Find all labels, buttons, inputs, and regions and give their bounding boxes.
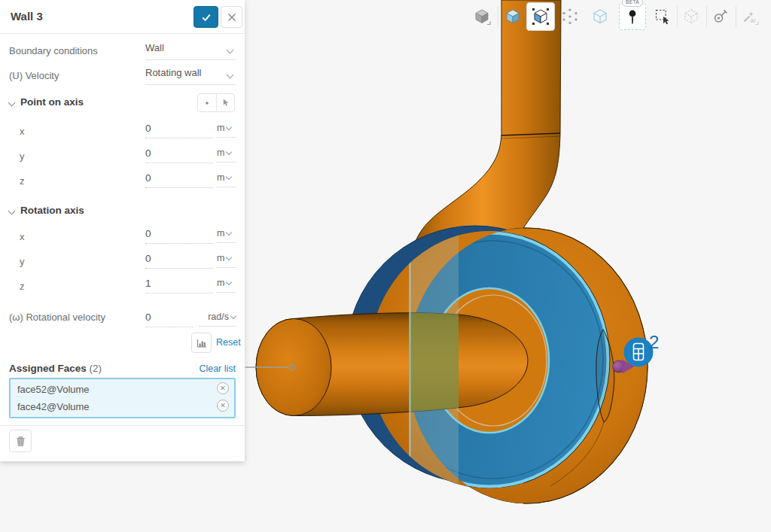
select-edges-icon[interactable] — [587, 4, 613, 29]
chevron-down-icon — [226, 279, 232, 285]
velocity-label: (U) Velocity — [9, 70, 59, 81]
clear-list-link[interactable]: Clear list — [199, 363, 236, 374]
face-name: face52@Volume — [17, 384, 90, 395]
chart-icon — [196, 337, 208, 349]
collapse-chevron-icon[interactable] — [8, 208, 16, 215]
select-vertices-icon[interactable] — [557, 4, 583, 29]
panel-title: Wall 3 — [11, 10, 43, 23]
chevron-down-icon — [226, 254, 232, 260]
boundary-conditions-label: Boundary conditions — [9, 45, 98, 56]
cancel-button[interactable] — [221, 6, 242, 28]
point-x-label: x — [20, 126, 25, 137]
boundary-condition-panel: Wall 3 Boundary conditions Wall (U) Velo… — [0, 0, 245, 461]
trash-icon — [14, 435, 27, 448]
point-input-mode-button[interactable] — [198, 94, 216, 111]
chevron-down-icon — [226, 149, 232, 155]
point-pick-on-screen-button[interactable] — [216, 94, 235, 111]
probe-point-label: 2 — [649, 332, 659, 352]
chevron-down-icon — [227, 71, 234, 79]
rotational-velocity-unit-select[interactable]: rad/s — [199, 312, 236, 327]
point-picker-group — [197, 93, 235, 112]
assigned-faces-label: Assigned Faces — [9, 363, 87, 374]
view-cube-icon[interactable] — [469, 4, 495, 29]
assigned-faces-list: face52@Volume ✕ face42@Volume ✕ — [9, 378, 236, 418]
toolbar-divider — [498, 6, 498, 27]
ai-assistant-icon[interactable]: AI — [737, 4, 763, 29]
point-z-label: z — [20, 175, 25, 187]
panel-header: Wall 3 — [0, 0, 245, 34]
rotational-velocity-label: (ω) Rotational velocity — [9, 312, 105, 323]
svg-text:AI: AI — [751, 18, 756, 23]
axis-x-label: x — [20, 231, 25, 242]
axis-z-label: z — [20, 281, 25, 292]
point-y-unit-select[interactable]: m — [217, 147, 236, 163]
point-on-axis-section-label: Point on axis — [20, 96, 84, 108]
axis-x-input[interactable]: 0 — [145, 228, 213, 244]
point-z-unit-select[interactable]: m — [217, 172, 236, 187]
rotational-velocity-input[interactable]: 0 — [145, 312, 193, 327]
check-icon — [200, 11, 213, 24]
chevron-down-icon — [230, 313, 236, 319]
axis-y-unit-select[interactable]: m — [217, 253, 236, 268]
probe-point-button[interactable]: BETA — [619, 3, 646, 30]
cursor-pick-icon — [221, 98, 230, 108]
velocity-select[interactable]: Rotating wall — [145, 67, 236, 85]
axis-z-input[interactable]: 1 — [145, 278, 213, 293]
remove-face-button[interactable]: ✕ — [217, 400, 229, 412]
dot-icon — [203, 99, 211, 107]
toolbar-divider — [677, 6, 678, 27]
toolbar-divider — [706, 6, 707, 27]
chevron-down-icon — [226, 230, 232, 236]
reset-link[interactable]: Reset — [216, 337, 241, 348]
rotation-axis-section-label: Rotation axis — [20, 205, 84, 216]
confirm-button[interactable] — [194, 6, 218, 28]
assigned-faces-count: (2) — [90, 363, 102, 374]
face-name: face42@Volume — [17, 401, 90, 412]
point-y-label: y — [20, 150, 25, 162]
select-faces-button[interactable] — [526, 2, 555, 31]
chevron-down-icon — [227, 47, 234, 54]
point-x-unit-select[interactable]: m — [217, 123, 236, 138]
remove-face-button[interactable]: ✕ — [217, 382, 229, 394]
collapse-chevron-icon[interactable] — [8, 99, 16, 107]
beta-badge: BETA — [622, 0, 643, 7]
delete-button[interactable] — [9, 430, 32, 452]
panel-footer-divider — [0, 425, 245, 426]
hide-selection-icon[interactable] — [678, 4, 704, 29]
box-select-icon[interactable] — [650, 4, 675, 29]
point-x-input[interactable]: 0 — [145, 123, 213, 138]
face-list-item[interactable]: face52@Volume ✕ — [11, 380, 234, 397]
toolbar-divider — [736, 6, 736, 27]
point-y-input[interactable]: 0 — [145, 147, 213, 163]
measure-icon[interactable] — [708, 4, 733, 29]
axis-z-unit-select[interactable]: m — [217, 278, 236, 293]
boundary-conditions-select[interactable]: Wall — [145, 42, 236, 60]
axis-y-input[interactable]: 0 — [145, 253, 213, 269]
axis-x-unit-select[interactable]: m — [217, 228, 236, 243]
probe-pin-icon — [623, 8, 641, 26]
face-list-item[interactable]: face42@Volume ✕ — [11, 397, 234, 415]
point-z-input[interactable]: 0 — [145, 172, 213, 188]
chevron-down-icon — [226, 174, 232, 180]
select-volumes-icon[interactable] — [500, 4, 526, 29]
table-input-button[interactable] — [191, 333, 212, 353]
axis-y-label: y — [20, 256, 25, 267]
chevron-down-icon — [226, 124, 232, 130]
close-icon — [227, 13, 236, 22]
